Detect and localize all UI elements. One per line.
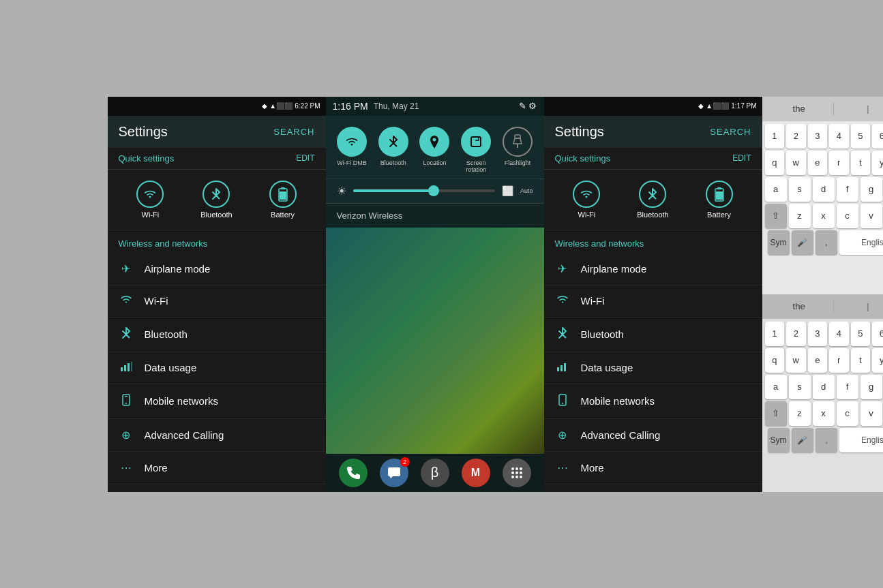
key-xb[interactable]: x xyxy=(813,401,835,426)
bluetooth-quick-item-1[interactable]: Bluetooth xyxy=(200,181,232,219)
airplane-mode-item-1[interactable]: ✈ Airplane mode xyxy=(108,253,326,285)
notif-date: Thu, May 21 xyxy=(374,102,516,111)
key-wb[interactable]: w xyxy=(786,348,806,373)
key-3[interactable]: 3 xyxy=(808,124,828,149)
messages-dock-icon[interactable]: 2 xyxy=(380,459,408,487)
key-vb[interactable]: v xyxy=(860,401,882,426)
bluetooth-item-1[interactable]: Bluetooth xyxy=(108,318,326,352)
edit-button-3[interactable]: EDIT xyxy=(732,153,751,163)
svg-rect-28 xyxy=(560,365,563,371)
bluetooth-toggle[interactable]: Bluetooth xyxy=(376,127,411,173)
search-button-1[interactable]: SEARCH xyxy=(273,127,314,137)
gmail-dock-icon[interactable]: M xyxy=(462,459,490,487)
more-item-1[interactable]: ⋯ More xyxy=(108,452,326,484)
bluetooth-quick-item-3[interactable]: Bluetooth xyxy=(637,181,668,219)
apps-dock-icon[interactable] xyxy=(503,459,531,487)
bluetooth-menu-label-1: Bluetooth xyxy=(145,328,188,340)
key-4[interactable]: 4 xyxy=(829,124,849,149)
key-sb[interactable]: s xyxy=(789,375,811,399)
wifi-toggle[interactable]: Wi-Fi DMB xyxy=(334,127,370,173)
advanced-calling-item-1[interactable]: ⊕ Advanced Calling xyxy=(108,419,326,452)
key-tb[interactable]: t xyxy=(851,348,871,373)
key-a[interactable]: a xyxy=(765,177,787,202)
key-rb[interactable]: r xyxy=(829,348,849,373)
suggestion-the-bottom[interactable]: the xyxy=(768,298,830,314)
search-button-3[interactable]: SEARCH xyxy=(710,127,751,137)
key-q[interactable]: q xyxy=(765,151,785,175)
airplane-mode-item-3[interactable]: ✈ Airplane mode xyxy=(544,253,762,285)
key-6[interactable]: 6 xyxy=(872,124,883,149)
key-3b[interactable]: 3 xyxy=(808,322,828,346)
data-usage-icon-3 xyxy=(555,362,570,374)
battery-quick-item-1[interactable]: Battery xyxy=(269,181,297,219)
key-sym-bottom[interactable]: Sym xyxy=(768,428,790,452)
key-d[interactable]: d xyxy=(813,177,835,202)
key-space-bottom[interactable]: English(US) xyxy=(839,428,883,452)
key-t[interactable]: t xyxy=(851,151,871,175)
screen4-keyboard: the | on › 1 2 3 4 5 6 7 8 9 0 xyxy=(762,97,884,492)
key-shift-bottom[interactable]: ⇧ xyxy=(765,401,787,426)
data-usage-item-3[interactable]: Data usage xyxy=(544,352,762,384)
asdf-row-top: a s d f g h j k l xyxy=(765,177,884,202)
quick-settings-bar-1: Quick settings EDIT xyxy=(108,148,326,170)
key-5[interactable]: 5 xyxy=(851,124,871,149)
key-space-top[interactable]: English(US) xyxy=(839,230,883,255)
key-6b[interactable]: 6 xyxy=(872,322,883,346)
key-shift-top[interactable]: ⇧ xyxy=(765,204,787,228)
key-gb[interactable]: g xyxy=(860,375,882,399)
key-g[interactable]: g xyxy=(860,177,882,202)
edit-button-1[interactable]: EDIT xyxy=(296,153,314,163)
flashlight-toggle[interactable]: Flashlight xyxy=(500,127,535,173)
key-eb[interactable]: e xyxy=(808,348,828,373)
wifi-menu-icon-1 xyxy=(119,295,134,307)
key-qb[interactable]: q xyxy=(765,348,785,373)
key-x[interactable]: x xyxy=(813,204,835,228)
browser-dock-icon[interactable]: β xyxy=(421,459,449,487)
mobile-networks-item-3[interactable]: Mobile networks xyxy=(544,384,762,419)
wifi-item-3[interactable]: Wi-Fi xyxy=(544,285,762,318)
key-s[interactable]: s xyxy=(789,177,811,202)
brightness-slider[interactable] xyxy=(353,189,495,192)
advanced-calling-item-3[interactable]: ⊕ Advanced Calling xyxy=(544,419,762,452)
key-5b[interactable]: 5 xyxy=(851,322,871,346)
key-z[interactable]: z xyxy=(789,204,811,228)
key-f[interactable]: f xyxy=(837,177,858,202)
quick-settings-label-1: Quick settings xyxy=(119,153,175,164)
number-row-bottom: 1 2 3 4 5 6 7 8 9 0 xyxy=(765,322,884,346)
key-mic-bottom[interactable]: 🎤 xyxy=(792,428,813,452)
key-y[interactable]: y xyxy=(872,151,883,175)
wifi-item-1[interactable]: Wi-Fi xyxy=(108,285,326,318)
suggestion-the-top[interactable]: the xyxy=(768,101,830,117)
wifi-quick-item-1[interactable]: Wi-Fi xyxy=(136,181,164,219)
bluetooth-item-3[interactable]: Bluetooth xyxy=(544,318,762,352)
key-fb[interactable]: f xyxy=(837,375,858,399)
key-cb[interactable]: c xyxy=(837,401,858,426)
key-4b[interactable]: 4 xyxy=(829,322,849,346)
key-1[interactable]: 1 xyxy=(765,124,785,149)
key-w[interactable]: w xyxy=(786,151,806,175)
key-zb[interactable]: z xyxy=(789,401,811,426)
key-sym-top[interactable]: Sym xyxy=(768,230,790,255)
wifi-quick-item-3[interactable]: Wi-Fi xyxy=(573,181,600,219)
key-yb[interactable]: y xyxy=(872,348,883,373)
battery-quick-item-3[interactable]: Battery xyxy=(706,181,733,219)
mobile-networks-item-1[interactable]: Mobile networks xyxy=(108,384,326,419)
phone-dock-icon[interactable] xyxy=(339,459,368,487)
key-1b[interactable]: 1 xyxy=(765,322,785,346)
brightness-icon: ☀ xyxy=(337,185,346,198)
key-comma-top[interactable]: , xyxy=(815,230,837,255)
more-item-3[interactable]: ⋯ More xyxy=(544,452,762,484)
data-usage-item-1[interactable]: Data usage xyxy=(108,352,326,384)
key-comma-bottom[interactable]: , xyxy=(815,428,837,452)
location-toggle[interactable]: Location xyxy=(417,127,452,173)
key-mic-top[interactable]: 🎤 xyxy=(792,230,813,255)
rotation-toggle[interactable]: Screen rotation xyxy=(458,127,494,173)
key-db[interactable]: d xyxy=(813,375,835,399)
key-v[interactable]: v xyxy=(860,204,882,228)
key-r[interactable]: r xyxy=(829,151,849,175)
key-c[interactable]: c xyxy=(837,204,858,228)
key-ab[interactable]: a xyxy=(765,375,787,399)
key-2[interactable]: 2 xyxy=(786,124,806,149)
key-2b[interactable]: 2 xyxy=(786,322,806,346)
key-e[interactable]: e xyxy=(808,151,828,175)
